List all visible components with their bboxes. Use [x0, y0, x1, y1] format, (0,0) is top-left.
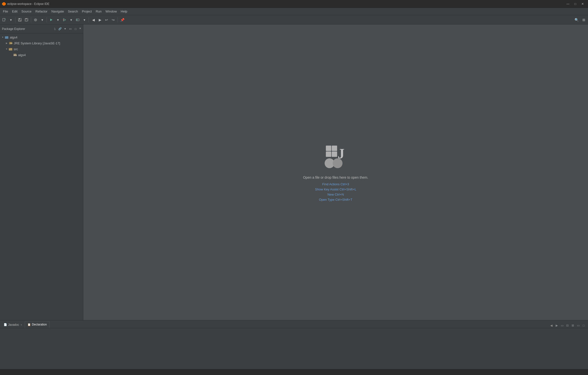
minimize-panel-btn[interactable]: ▭ — [68, 26, 73, 31]
menu-navigate[interactable]: Navigate — [49, 9, 66, 14]
toolbar-sep-5 — [118, 17, 118, 23]
eclipse-logo-icon: J — [321, 143, 350, 173]
title-bar: eclipse-workspace - Eclipse IDE — □ ✕ — [0, 0, 588, 8]
collapse-all-btn[interactable]: ⤵ — [52, 26, 57, 31]
declaration-tab-label: Declaration — [32, 323, 47, 326]
menu-refactor[interactable]: Refactor — [34, 9, 49, 14]
menu-project[interactable]: Project — [80, 9, 94, 14]
welcome-content: J Open a file or drop files here to open… — [303, 143, 368, 201]
bottom-minimize-btn[interactable]: ▭ — [576, 323, 581, 328]
menu-run[interactable]: Run — [94, 9, 104, 14]
editor-area[interactable]: J Open a file or drop files here to open… — [83, 25, 588, 320]
close-button[interactable]: ✕ — [579, 1, 586, 7]
coverage-dropdown-btn[interactable]: ▾ — [81, 17, 87, 23]
svg-rect-18 — [76, 19, 78, 21]
maximize-button[interactable]: □ — [572, 1, 579, 7]
menu-bar: File Edit Source Refactor Navigate Searc… — [0, 8, 588, 15]
new-button[interactable] — [1, 17, 7, 23]
maximize-panel-btn[interactable]: □ — [73, 26, 78, 31]
bottom-view2-btn[interactable]: ⊟ — [565, 323, 570, 328]
menu-edit[interactable]: Edit — [10, 9, 19, 14]
declaration-tab-icon: 📋 — [27, 323, 31, 326]
svg-rect-20 — [5, 36, 6, 37]
toolbar-new-group: ▾ — [1, 17, 14, 23]
find-actions-link[interactable]: Find Actions Ctrl+3 — [322, 182, 349, 186]
svg-rect-27 — [326, 146, 331, 151]
svg-rect-6 — [19, 18, 20, 19]
toolbar: ▾ ▾ ▾ ▾ ▾ ◀ ▶ ↩ ↪ 📌 — [0, 15, 588, 25]
link-editor-btn[interactable]: 🔗 — [58, 26, 62, 31]
src-folder-icon — [8, 47, 13, 51]
eclipse-icon — [2, 2, 6, 6]
coverage-button[interactable] — [74, 17, 81, 23]
window-controls: — □ ✕ — [564, 1, 586, 7]
quick-access-btn[interactable]: 🔍 — [573, 17, 580, 23]
svg-rect-24 — [9, 48, 10, 49]
publish-button[interactable] — [32, 17, 39, 23]
javadoc-tab-close[interactable]: × — [21, 323, 22, 326]
pin-button[interactable]: 📌 — [119, 17, 125, 23]
new-link[interactable]: New Ctrl+N — [328, 193, 344, 196]
minimize-button[interactable]: — — [564, 1, 571, 7]
menu-help[interactable]: Help — [119, 9, 129, 14]
expand-arrow-src: ▼ — [5, 47, 8, 51]
toolbar-sep-4 — [89, 17, 89, 23]
perspective-btn[interactable]: ⊞ — [581, 17, 587, 23]
jre-label: JRE System Library [JavaSE-17] — [14, 41, 60, 45]
toolbar-nav-group: ◀ ▶ ↩ ↪ — [90, 17, 116, 23]
svg-text:JRE: JRE — [10, 42, 12, 44]
bottom-view3-btn[interactable]: ⊠ — [570, 323, 575, 328]
show-key-assist-link[interactable]: Show Key Assist Ctrl+Shift+L — [315, 188, 356, 191]
svg-text:pkg: pkg — [14, 54, 17, 56]
bottom-maximize-btn[interactable]: □ — [581, 323, 586, 328]
toolbar-dropdown2-btn[interactable]: ▾ — [39, 17, 45, 23]
menu-search[interactable]: Search — [66, 9, 80, 14]
tree-item-jre[interactable]: ▶ JRE JRE System Library [JavaSE-17] — [0, 40, 83, 46]
menu-source[interactable]: Source — [19, 9, 33, 14]
svg-rect-28 — [332, 146, 337, 151]
save-all-button[interactable] — [23, 17, 30, 23]
forward-button[interactable]: ▶ — [97, 17, 103, 23]
menu-file[interactable]: File — [1, 9, 10, 14]
src-label: src — [14, 47, 18, 51]
project-folder-icon — [4, 35, 9, 39]
status-bar — [0, 369, 588, 375]
tab-declaration[interactable]: 📋 Declaration — [25, 321, 49, 328]
tree-item-algs4-pkg[interactable]: ▶ pkg algs4 — [0, 52, 83, 58]
run-button[interactable] — [48, 17, 54, 23]
back-button[interactable]: ◀ — [90, 17, 97, 23]
view-menu-btn[interactable]: ▾ — [63, 26, 68, 31]
expand-arrow-algs4: ▼ — [1, 36, 4, 39]
svg-rect-2 — [3, 18, 5, 21]
close-panel-btn[interactable]: × — [79, 26, 81, 31]
workspace: Package Explorer ⤵ 🔗 ▾ ▭ □ × ▼ — [0, 25, 588, 320]
package-tree: ▼ algs4 ▶ JRE JRE System — [0, 33, 83, 320]
bottom-view1-btn[interactable]: ▭ — [560, 323, 564, 328]
tree-item-algs4-project[interactable]: ▼ algs4 — [0, 34, 83, 40]
jre-icon: JRE — [8, 41, 13, 45]
welcome-message: Open a file or drop files here to open t… — [303, 175, 368, 179]
next-edit-button[interactable]: ↪ — [110, 17, 116, 23]
run-dropdown-btn[interactable]: ▾ — [55, 17, 61, 23]
package-explorer-panel: Package Explorer ⤵ 🔗 ▾ ▭ □ × ▼ — [0, 25, 83, 320]
svg-marker-14 — [50, 19, 52, 21]
package-icon: pkg — [13, 53, 17, 57]
open-type-link[interactable]: Open Type Ctrl+Shift+T — [319, 198, 352, 201]
debug-dropdown-btn[interactable]: ▾ — [68, 17, 74, 23]
menu-window[interactable]: Window — [104, 9, 119, 14]
svg-point-0 — [2, 2, 6, 6]
bottom-prev-btn[interactable]: ◀ — [549, 323, 554, 328]
toolbar-dropdown-btn[interactable]: ▾ — [8, 17, 14, 23]
bottom-next-btn[interactable]: ▶ — [554, 323, 559, 328]
tab-javadoc[interactable]: 📄 Javadoc × — [1, 321, 25, 328]
panel-header-buttons: ⤵ 🔗 ▾ ▭ □ × — [52, 26, 81, 31]
debug-button[interactable] — [61, 17, 68, 23]
svg-rect-29 — [326, 151, 331, 157]
javadoc-tab-icon: 📄 — [4, 323, 7, 326]
svg-point-33 — [333, 158, 343, 168]
prev-edit-button[interactable]: ↩ — [103, 17, 110, 23]
tree-item-src[interactable]: ▼ src — [0, 46, 83, 52]
save-button[interactable] — [17, 17, 23, 23]
svg-rect-7 — [19, 20, 21, 21]
welcome-links-container: Find Actions Ctrl+3 Show Key Assist Ctrl… — [315, 182, 356, 201]
